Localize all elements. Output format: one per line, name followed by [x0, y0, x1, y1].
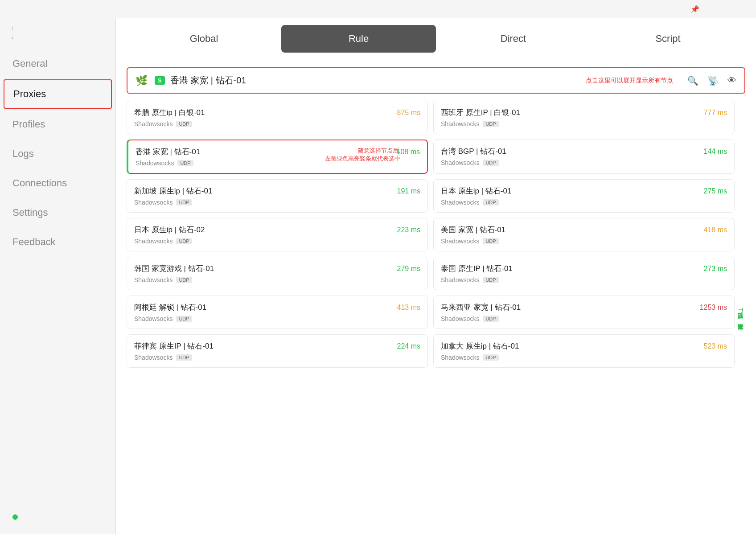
tab-global[interactable]: Global: [127, 25, 281, 53]
proxy-card-latency: 191 ms: [397, 187, 420, 195]
udp-badge: UDP: [483, 354, 498, 361]
proxy-card-latency: 1253 ms: [700, 304, 727, 312]
maximize-button[interactable]: [724, 4, 734, 14]
udp-badge: UDP: [176, 121, 192, 127]
sidebar-item-connections[interactable]: Connections: [0, 168, 115, 198]
tab-rule[interactable]: Rule: [281, 25, 436, 53]
proxy-card-latency: 223 ms: [397, 226, 420, 234]
sidebar-item-settings[interactable]: Settings: [0, 198, 115, 227]
tab-script[interactable]: Script: [591, 25, 745, 53]
mode-tabs: Global Rule Direct Script: [116, 18, 756, 60]
proxy-card-11[interactable]: 阿根廷 解锁 | 钻石-01413 msShadowsocksUDP: [127, 296, 428, 329]
proxy-card-protocol: Shadowsocks: [134, 199, 173, 206]
proxy-card-2[interactable]: 西班牙 原生IP | 白银-01777 msShadowsocksUDP: [433, 101, 735, 134]
proxy-card-protocol: Shadowsocks: [134, 120, 173, 127]
proxy-card-latency: 777 ms: [704, 109, 727, 117]
udp-badge: UDP: [176, 354, 192, 361]
sidebar-item-feedback[interactable]: Feedback: [0, 227, 115, 257]
proxy-card-name: 阿根廷 解锁 | 钻石-01: [134, 302, 206, 312]
proxy-card-name: 泰国 原生IP | 钻石-01: [441, 263, 513, 274]
proxy-card-protocol: Shadowsocks: [441, 276, 479, 283]
proxy-header[interactable]: 🌿 S 香港 家宽 | 钻石-01 点击这里可以展开显示所有节点 🔍 📡 👁: [127, 67, 745, 94]
sidebar-item-logs[interactable]: Logs: [0, 139, 115, 168]
proxy-card-6[interactable]: 日本 原生ip | 钻石-01275 msShadowsocksUDP: [433, 179, 735, 213]
proxy-badge: S: [155, 76, 165, 85]
proxy-card-latency: 224 ms: [397, 342, 420, 350]
proxy-grid-container: 希腊 原生ip | 白银-01875 msShadowsocksUDP西班牙 原…: [116, 97, 756, 534]
minimize-button[interactable]: [707, 4, 717, 14]
sidebar-item-general[interactable]: General: [0, 49, 115, 78]
proxy-card-10[interactable]: 泰国 原生IP | 钻石-01273 msShadowsocksUDP: [433, 257, 735, 290]
udp-badge: UDP: [177, 160, 193, 166]
udp-badge: UDP: [483, 277, 498, 283]
proxy-card-protocol: Shadowsocks: [134, 276, 173, 283]
proxy-card-name: 西班牙 原生IP | 白银-01: [441, 107, 520, 118]
proxy-card-latency: 875 ms: [397, 109, 420, 117]
proxy-card-protocol: Shadowsocks: [441, 238, 479, 245]
proxy-card-latency: 273 ms: [704, 265, 727, 273]
proxy-card-protocol: Shadowsocks: [441, 159, 479, 166]
right-sidebar-label: 国其TYN哗国幸亘: [735, 101, 745, 527]
proxy-card-latency: 275 ms: [704, 187, 727, 195]
udp-badge: UDP: [483, 199, 498, 205]
proxy-card-1[interactable]: 希腊 原生ip | 白银-01875 msShadowsocksUDP: [127, 101, 428, 134]
proxy-card-name: 希腊 原生ip | 白银-01: [134, 107, 205, 118]
proxy-card-12[interactable]: 马来西亚 家宽 | 钻石-011253 msShadowsocksUDP: [433, 296, 735, 329]
udp-badge: UDP: [176, 316, 192, 322]
proxy-card-latency: 144 ms: [704, 148, 727, 156]
proxy-card-9[interactable]: 韩国 家宽游戏 | 钻石-01279 msShadowsocksUDP: [127, 257, 428, 290]
sidebar-footer: [0, 499, 115, 534]
main-content: Global Rule Direct Script 🌿 S 香港 家宽 | 钻石…: [116, 18, 756, 534]
proxy-card-name: 马来西亚 家宽 | 钻石-01: [441, 302, 521, 312]
proxy-card-14[interactable]: 加拿大 原生ip | 钻石-01523 msShadowsocksUDP: [433, 334, 735, 368]
proxy-card-4[interactable]: 台湾 BGP | 钻石-01144 msShadowsocksUDP: [433, 140, 735, 174]
proxy-group-name: 香港 家宽 | 钻石-01: [170, 74, 247, 86]
proxy-list: 希腊 原生ip | 白银-01875 msShadowsocksUDP西班牙 原…: [127, 101, 735, 527]
status-dot: [12, 514, 18, 520]
proxy-group-icon: 🌿: [136, 75, 148, 86]
udp-badge: UDP: [176, 238, 192, 244]
proxy-card-name: 加拿大 原生ip | 钻石-01: [441, 341, 519, 351]
connection-status: [12, 514, 103, 520]
proxy-card-name: 美国 家宽 | 钻石-01: [441, 225, 505, 235]
close-button[interactable]: [741, 4, 751, 14]
proxy-speed-test-button[interactable]: 📡: [707, 75, 719, 86]
sidebar: ↑ ↓ General Proxies Profiles Logs Connec…: [0, 18, 116, 534]
proxy-card-protocol: Shadowsocks: [441, 120, 479, 127]
proxy-toggle-button[interactable]: 👁: [727, 75, 736, 86]
proxy-card-7[interactable]: 日本 原生ip | 钻石-02223 msShadowsocksUDP: [127, 218, 428, 251]
udp-badge: UDP: [483, 121, 498, 127]
proxy-card-name: 菲律宾 原生IP | 钻石-01: [134, 341, 214, 351]
proxy-card-protocol: Shadowsocks: [136, 160, 174, 167]
proxy-card-protocol: Shadowsocks: [134, 238, 173, 245]
proxy-card-hint: 随意选择节点后,左侧绿色高亮竖条就代表选中: [325, 147, 400, 163]
sidebar-item-profiles[interactable]: Profiles: [0, 110, 115, 139]
sidebar-nav: General Proxies Profiles Logs Connection…: [0, 45, 115, 499]
proxy-card-latency: 418 ms: [704, 226, 727, 234]
sidebar-item-proxies[interactable]: Proxies: [4, 79, 112, 109]
proxy-card-name: 日本 原生ip | 钻石-01: [441, 186, 511, 196]
proxy-card-8[interactable]: 美国 家宽 | 钻石-01418 msShadowsocksUDP: [433, 218, 735, 251]
tab-direct[interactable]: Direct: [436, 25, 591, 53]
proxy-card-protocol: Shadowsocks: [134, 315, 173, 322]
pin-button[interactable]: 📌: [690, 4, 700, 14]
proxy-actions: 🔍 📡 👁: [687, 75, 736, 86]
proxy-card-13[interactable]: 菲律宾 原生IP | 钻石-01224 msShadowsocksUDP: [127, 334, 428, 368]
udp-badge: UDP: [483, 160, 498, 166]
proxy-card-5[interactable]: 新加坡 原生ip | 钻石-01191 msShadowsocksUDP: [127, 179, 428, 213]
proxy-card-latency: 523 ms: [704, 342, 727, 350]
proxy-card-protocol: Shadowsocks: [134, 354, 173, 361]
proxy-search-button[interactable]: 🔍: [687, 75, 698, 86]
proxy-card-protocol: Shadowsocks: [441, 315, 479, 322]
proxy-card-3[interactable]: 香港 家宽 | 钻石-01随意选择节点后,左侧绿色高亮竖条就代表选中108 ms…: [127, 140, 428, 174]
upload-arrow: ↑: [11, 25, 16, 32]
sidebar-stats: ↑ ↓: [0, 18, 115, 45]
app-container: ↑ ↓ General Proxies Profiles Logs Connec…: [0, 18, 756, 534]
titlebar: 📌: [0, 0, 756, 18]
proxy-expand-hint: 点击这里可以展开显示所有节点: [586, 77, 673, 85]
proxy-card-name: 日本 原生ip | 钻石-02: [134, 225, 205, 235]
udp-badge: UDP: [483, 238, 498, 244]
udp-badge: UDP: [176, 199, 192, 205]
proxy-card-name: 韩国 家宽游戏 | 钻石-01: [134, 263, 214, 274]
download-arrow: ↓: [11, 33, 16, 40]
